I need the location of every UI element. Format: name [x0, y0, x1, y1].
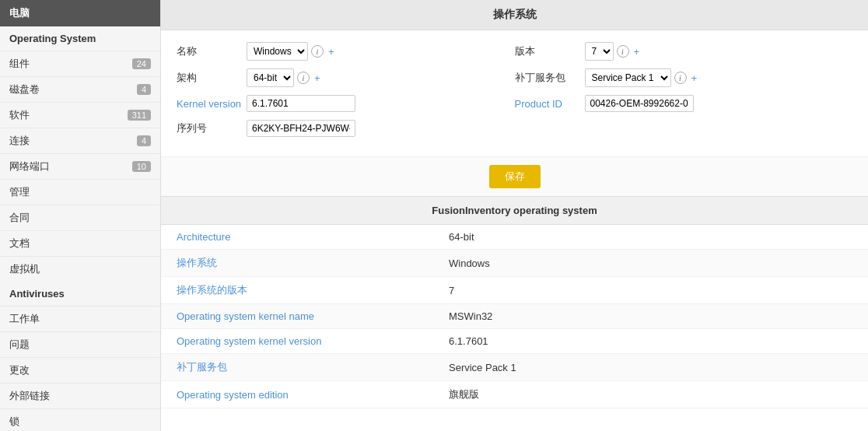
service-pack-select[interactable]: Service Pack 1	[585, 68, 671, 87]
sidebar-section-av: Antiviruses	[0, 282, 160, 306]
main-content: 操作系统 名称 Windows i + 版本	[161, 0, 868, 431]
version-label: 版本	[515, 44, 585, 58]
form-group-service-pack: 补丁服务包 Service Pack 1 i +	[515, 68, 853, 87]
fusion-table: Architecture64-bit操作系统Windows操作系统的版本7Ope…	[161, 225, 868, 408]
os-section-header: 操作系统	[161, 0, 868, 30]
arch-info-icon[interactable]: i	[297, 72, 310, 84]
arch-select[interactable]: 64-bit	[247, 68, 294, 87]
sidebar-section-os: Operating System	[0, 26, 160, 51]
fusion-row-label: 补丁服务包	[161, 354, 433, 381]
serial-label: 序列号	[177, 121, 247, 135]
product-id-control-wrapper	[585, 95, 694, 112]
version-select[interactable]: 7	[585, 42, 614, 61]
name-info-icon[interactable]: i	[311, 45, 324, 58]
fusion-table-row: Operating system edition旗舰版	[161, 381, 868, 408]
fusion-table-row: 补丁服务包Service Pack 1	[161, 354, 868, 381]
version-info-icon[interactable]: i	[617, 45, 629, 58]
name-control-wrapper: Windows i +	[247, 42, 334, 61]
fusion-table-row: 操作系统Windows	[161, 250, 868, 277]
sidebar-item-lock[interactable]: 锁	[0, 408, 160, 431]
fusion-table-row: Operating system kernel version6.1.7601	[161, 329, 868, 354]
sidebar: 电脑 Operating System 组件 24 磁盘卷 4 软件 311 连…	[0, 0, 161, 431]
service-pack-info-icon[interactable]: i	[674, 72, 687, 84]
fusion-row-value: 6.1.7601	[433, 329, 868, 354]
fusion-row-value: 7	[433, 277, 868, 304]
name-label: 名称	[177, 44, 247, 58]
fusion-table-row: 操作系统的版本7	[161, 277, 868, 304]
product-id-label: Product ID	[515, 98, 585, 110]
fusion-row-label: Operating system kernel name	[161, 304, 433, 329]
sidebar-item-contracts[interactable]: 合同	[0, 205, 160, 230]
save-area: 保存	[161, 156, 868, 197]
form-group-serial: 序列号	[177, 120, 515, 137]
fusion-row-label: 操作系统	[161, 250, 433, 277]
fusion-row-value: 64-bit	[433, 225, 868, 250]
sidebar-header: 电脑	[0, 0, 160, 26]
arch-plus-link[interactable]: +	[314, 72, 320, 84]
sidebar-item-documents[interactable]: 文档	[0, 230, 160, 256]
form-group-name: 名称 Windows i +	[177, 42, 515, 61]
save-button[interactable]: 保存	[489, 165, 541, 188]
serial-control-wrapper	[247, 120, 355, 137]
form-group-arch: 架构 64-bit i +	[177, 68, 515, 87]
form-row-name-version: 名称 Windows i + 版本 7 i	[177, 42, 852, 61]
fusion-row-value: Windows	[433, 250, 868, 277]
sidebar-item-tickets[interactable]: 工作单	[0, 306, 160, 331]
sidebar-item-components[interactable]: 组件 24	[0, 51, 160, 76]
fusion-table-row: Architecture64-bit	[161, 225, 868, 250]
product-id-input[interactable]	[585, 95, 694, 112]
sidebar-item-external-links[interactable]: 外部链接	[0, 383, 160, 408]
form-row-arch-sp: 架构 64-bit i + 补丁服务包 Service Pack 1	[177, 68, 852, 87]
sidebar-item-management[interactable]: 管理	[0, 179, 160, 205]
os-form: 名称 Windows i + 版本 7 i	[161, 30, 868, 156]
sidebar-item-connections[interactable]: 连接 4	[0, 128, 160, 153]
name-plus-link[interactable]: +	[328, 46, 334, 58]
fusion-row-label: Operating system kernel version	[161, 329, 433, 354]
fusion-table-row: Operating system kernel nameMSWin32	[161, 304, 868, 329]
form-group-version: 版本 7 i +	[515, 42, 853, 61]
fusion-row-label: Architecture	[161, 225, 433, 250]
version-control-wrapper: 7 i +	[585, 42, 640, 61]
sidebar-item-vm[interactable]: 虚拟机	[0, 256, 160, 282]
sidebar-item-disks[interactable]: 磁盘卷 4	[0, 76, 160, 102]
fusion-row-value: Service Pack 1	[433, 354, 868, 381]
service-pack-label: 补丁服务包	[515, 71, 585, 85]
name-select[interactable]: Windows	[247, 42, 308, 61]
service-pack-plus-link[interactable]: +	[691, 72, 698, 84]
sidebar-item-network-ports[interactable]: 网络端口 10	[0, 153, 160, 179]
form-row-kernel-product: Kernel version Product ID	[177, 95, 852, 112]
sidebar-item-changes[interactable]: 更改	[0, 357, 160, 383]
service-pack-control-wrapper: Service Pack 1 i +	[585, 68, 698, 87]
fusion-row-label: Operating system edition	[161, 381, 433, 408]
form-group-kernel: Kernel version	[177, 95, 515, 112]
sidebar-item-problems[interactable]: 问题	[0, 331, 160, 357]
fusion-section-header: FusionInventory operating system	[161, 197, 868, 225]
fusion-row-value: 旗舰版	[433, 381, 868, 408]
arch-label: 架构	[177, 71, 247, 85]
kernel-input[interactable]	[247, 95, 355, 112]
fusion-row-value: MSWin32	[433, 304, 868, 329]
form-row-serial: 序列号	[177, 120, 852, 137]
serial-input[interactable]	[247, 120, 355, 137]
kernel-label: Kernel version	[177, 98, 247, 110]
sidebar-item-software[interactable]: 软件 311	[0, 102, 160, 128]
arch-control-wrapper: 64-bit i +	[247, 68, 320, 87]
form-group-product-id: Product ID	[515, 95, 853, 112]
version-plus-link[interactable]: +	[634, 46, 640, 58]
fusion-row-label: 操作系统的版本	[161, 277, 433, 304]
kernel-control-wrapper	[247, 95, 355, 112]
